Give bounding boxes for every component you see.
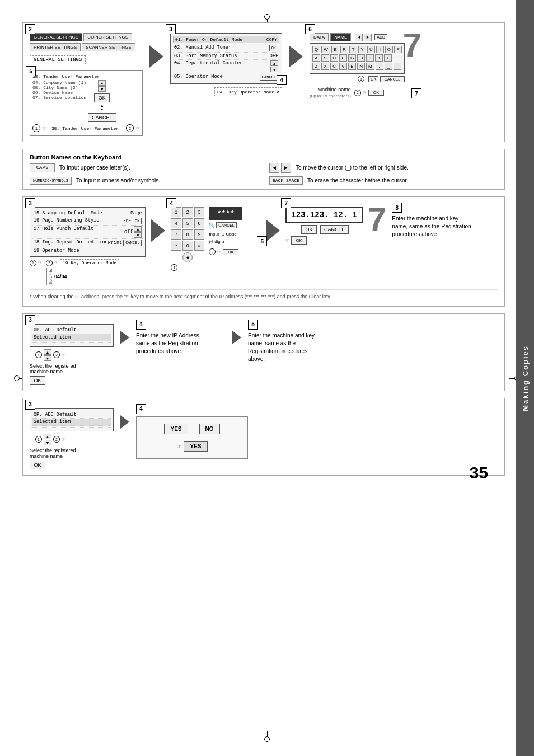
num-0[interactable]: 0 [182,241,193,251]
num-7[interactable]: 7 [171,229,181,240]
step4b-badge: 4 [166,198,176,208]
down-s3c[interactable]: ▼ [44,355,51,361]
section1-box: 2 GENERAL SETTINGS COPIER SETTINGS PRINT… [22,22,505,142]
step3b-indicators: 1 ☞ 2 ☞ 19 Key Operator Mode [30,259,146,266]
key-m[interactable]: M [366,63,374,70]
key-e[interactable]: E [331,46,339,53]
ok-btn-s3d[interactable]: OK [30,461,45,469]
ok-btn-s2[interactable]: OK [133,218,142,224]
ok-btn-menu[interactable]: OK [269,45,278,51]
ok-btn-ip[interactable]: OK [301,225,317,234]
ok-btn-s4[interactable]: OK [223,249,238,255]
num-3[interactable]: 3 [194,207,205,217]
tandem-items-row: 04. Company Name (1) 05. City Name (2) 0… [32,80,140,122]
ok-btn-ip2[interactable]: OK [291,236,307,245]
num-2[interactable]: 2 [182,207,193,217]
tab-copier[interactable]: COPIER SETTINGS [83,33,132,41]
ok-btn-2[interactable]: OK [94,93,110,102]
numeric-btn[interactable]: NUMERIC/SYMBOLS [30,177,72,185]
num-8[interactable]: 8 [182,229,193,240]
cancel-btn-2[interactable]: CANCEL [88,113,116,122]
key-k[interactable]: K [375,54,383,62]
key-s[interactable]: S [321,54,329,62]
up-btn-s2[interactable]: ▲ [134,226,142,232]
menu-row-04: 04. Departmental Counter ▲ ▼ [173,60,279,73]
ip-address-field[interactable]: 123.123. 12. 1 [285,207,363,223]
key-under[interactable]: _ [385,63,392,70]
up-s3d[interactable]: ▲ [44,434,51,439]
key-j[interactable]: J [366,54,374,62]
yes-btn-bottom[interactable]: YES [184,441,207,452]
key-r[interactable]: R [340,46,348,53]
ok-btn-final[interactable]: OK [368,90,384,96]
key-z[interactable]: Z [312,63,320,70]
key-t[interactable]: T [349,46,357,53]
cancel-btn-kb[interactable]: CANCEL [380,76,405,82]
key-n[interactable]: N [357,63,365,70]
key-x[interactable]: X [321,63,329,70]
kb-right-btn[interactable]: ► [364,34,372,41]
down-btn-menu[interactable]: ▼ [270,67,278,72]
ok-btn-kb[interactable]: OK [368,76,378,82]
step4c-line1: Enter the new IP Address, [136,332,226,340]
key-f[interactable]: F [339,54,347,62]
key-y[interactable]: Y [358,46,366,53]
up-btn[interactable]: ▲ [98,80,106,86]
key-d[interactable]: D [330,54,338,62]
num-1[interactable]: 1 [171,207,181,217]
cancel-btn-ip[interactable]: CANCEL [320,225,349,234]
down-s3d[interactable]: ▼ [44,440,51,445]
cursor-row: ◄ ► To move the cursor (_) to the left o… [269,163,498,173]
key-c[interactable]: C [330,63,338,70]
step3c-area: 3 OP. ADD Default Selected item [30,320,114,385]
up-btn-menu[interactable]: ▲ [270,60,278,66]
key-a[interactable]: A [312,54,320,62]
num-4[interactable]: 4 [171,218,181,228]
num-5[interactable]: 5 [182,218,193,228]
cursor-left-btn[interactable]: ◄ [269,163,279,173]
kb-left-btn[interactable]: ◄ [355,34,363,41]
num-star[interactable]: * [171,241,181,251]
key-g[interactable]: G [348,54,356,62]
caps-btn[interactable]: CAPS [30,163,55,172]
kb-tab-data[interactable]: DATA [310,33,329,41]
key-w[interactable]: W [321,46,330,53]
num-6[interactable]: 6 [194,218,205,228]
step2-area: 2 GENERAL SETTINGS COPIER SETTINGS PRINT… [30,29,143,136]
key-u[interactable]: U [367,46,375,53]
tab-printer[interactable]: PRINTER SETTINGS [30,43,81,51]
key-l[interactable]: L [384,54,392,62]
no-btn[interactable]: NO [199,424,220,434]
up-s3c[interactable]: ▲ [44,349,51,355]
key-q[interactable]: Q [312,46,320,53]
mini-screen-2: OP. ADD Default Selected item [30,408,114,431]
cancel-btn-s4[interactable]: CANCEL [216,222,236,228]
key-dot[interactable]: . [376,63,383,70]
tab-scanner[interactable]: SCANNER SETTINGS [82,43,135,51]
cursor-right-btn[interactable]: ► [281,163,291,173]
key-h[interactable]: H [357,54,365,62]
kb-add-btn[interactable]: ADD [374,34,387,40]
num-hash[interactable]: # [194,241,205,251]
key-o[interactable]: O [385,46,393,53]
cancel-btn-s2[interactable]: CANCEL [123,240,142,246]
key-v[interactable]: V [339,63,347,70]
down-btn[interactable]: ▼ [98,86,106,92]
yes-btn-top[interactable]: YES [164,424,188,434]
key-p[interactable]: P [394,46,402,53]
numeric-row: NUMERIC/SYMBOLS To input numbers and/or … [30,176,258,185]
down-btn-s2[interactable]: ▼ [134,232,142,238]
tab-general[interactable]: GENERAL SETTINGS [30,33,82,41]
numpad: 1 2 3 4 5 6 7 8 9 * 0 # [171,207,204,251]
backspace-btn[interactable]: BACK SPACE [269,176,303,185]
ok-btn-s3c[interactable]: OK [30,376,45,385]
key-dash[interactable]: - [394,63,401,70]
key-i[interactable]: I [376,46,384,53]
step5c-badge: 5 [248,320,258,330]
step2-content: GENERAL SETTINGS COPIER SETTINGS PRINTER… [30,33,143,136]
cancel-btn-menu[interactable]: CANCEL [260,74,278,81]
num-9[interactable]: 9 [194,229,205,240]
kb-tab-name[interactable]: NAME [330,33,351,41]
key-b[interactable]: B [348,63,356,70]
numpad-ok-circle[interactable]: ● [182,252,193,262]
